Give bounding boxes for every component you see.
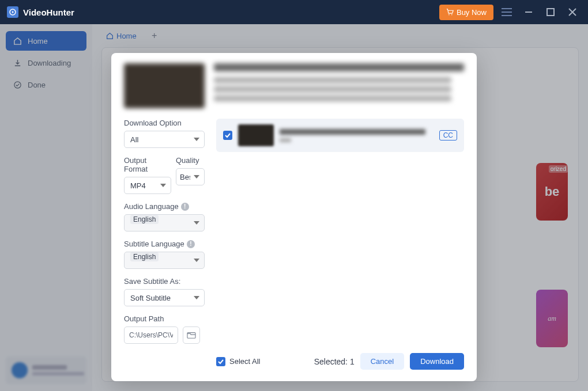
svg-point-1 (448, 14, 450, 15)
quality-select[interactable]: Best (176, 168, 205, 185)
selected-count: Selected: 1 (314, 357, 355, 366)
audio-language-select[interactable]: English (124, 214, 205, 231)
output-path-label: Output Path (124, 314, 205, 323)
folder-icon (187, 331, 196, 339)
svg-point-2 (451, 14, 453, 15)
info-icon[interactable]: ! (181, 203, 189, 211)
select-all-box[interactable] (216, 357, 225, 366)
item-thumbnail (238, 124, 274, 146)
video-item-row[interactable]: CC (216, 119, 464, 152)
video-thumbnail (124, 63, 205, 108)
select-all-checkbox[interactable]: Select All (216, 357, 260, 366)
maximize-icon[interactable] (542, 3, 559, 21)
cart-icon (446, 9, 454, 16)
subtitle-language-select[interactable]: English (124, 252, 205, 269)
save-subtitle-select[interactable]: Soft Subtitle (124, 289, 205, 306)
titlebar: VideoHunter Buy Now (0, 0, 588, 24)
browse-folder-button[interactable] (183, 327, 200, 344)
download-button[interactable]: Download (410, 353, 464, 370)
menu-icon[interactable] (498, 3, 515, 21)
minimize-icon[interactable] (520, 3, 537, 21)
audio-language-label: Audio Language ! (124, 202, 205, 211)
download-modal: Download Option All Output Format MP4 Qu… (111, 53, 477, 381)
output-format-label: Output Format (124, 156, 171, 173)
close-icon[interactable] (564, 3, 581, 21)
video-header (124, 63, 464, 108)
download-option-select[interactable]: All (124, 131, 205, 148)
check-icon (218, 359, 224, 365)
logo-icon (7, 6, 18, 18)
app-logo: VideoHunter (7, 6, 74, 18)
save-subtitle-label: Save Subtitle As: (124, 277, 205, 286)
output-format-select[interactable]: MP4 (124, 177, 171, 194)
download-option-label: Download Option (124, 119, 205, 127)
output-path-input[interactable] (124, 327, 178, 344)
item-checkbox[interactable] (223, 131, 232, 140)
cc-badge[interactable]: CC (439, 130, 457, 141)
subtitle-language-label: Subtitle Language ! (124, 240, 205, 248)
cancel-button[interactable]: Cancel (360, 353, 404, 370)
quality-label: Quality (176, 156, 205, 165)
buy-now-button[interactable]: Buy Now (439, 5, 493, 20)
modal-overlay: Download Option All Output Format MP4 Qu… (0, 24, 588, 391)
item-title (280, 129, 434, 142)
video-title-block (214, 63, 464, 108)
info-icon[interactable]: ! (187, 240, 195, 248)
check-icon (225, 132, 231, 138)
svg-rect-3 (547, 9, 554, 16)
app-name: VideoHunter (23, 7, 74, 17)
